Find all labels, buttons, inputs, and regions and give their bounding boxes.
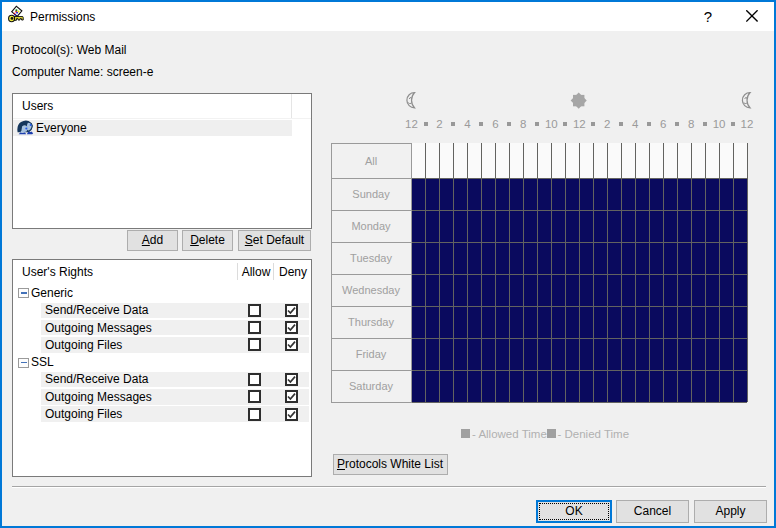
svg-text:6: 6 [492,118,498,130]
svg-text:2: 2 [604,118,610,130]
svg-text:Sunday: Sunday [352,188,390,200]
svg-text:Friday: Friday [356,348,387,360]
svg-text:2: 2 [436,118,442,130]
svg-text:6: 6 [660,118,666,130]
svg-text:8: 8 [688,118,694,130]
svg-text:8: 8 [520,118,526,130]
svg-text:Tuesday: Tuesday [350,252,392,264]
svg-text:4: 4 [632,118,639,130]
svg-text:Wednesday: Wednesday [342,284,400,296]
svg-text:12: 12 [741,118,754,130]
svg-text:Monday: Monday [351,220,391,232]
svg-text:10: 10 [545,118,558,130]
svg-text:12: 12 [573,118,586,130]
svg-text:Saturday: Saturday [349,380,394,392]
svg-text:4: 4 [464,118,471,130]
svg-text:10: 10 [713,118,726,130]
svg-text:All: All [365,155,377,167]
svg-text:12: 12 [405,118,418,130]
svg-text:Thursday: Thursday [348,316,394,328]
